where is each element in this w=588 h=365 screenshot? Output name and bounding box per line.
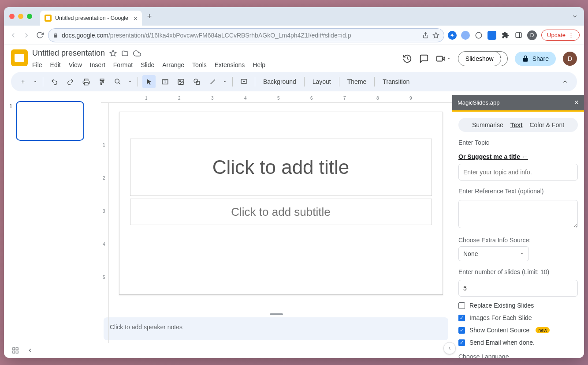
menu-help[interactable]: Help xyxy=(253,61,265,68)
svg-marker-9 xyxy=(500,57,502,58)
image-button[interactable] xyxy=(174,75,187,88)
history-icon[interactable] xyxy=(402,54,412,64)
horizontal-ruler: 123456789 xyxy=(101,95,452,103)
shape-button[interactable] xyxy=(190,75,203,88)
comments-icon[interactable] xyxy=(419,54,429,64)
browser-profile-avatar[interactable]: D xyxy=(527,30,537,40)
sidepanel-icon[interactable] xyxy=(514,31,523,40)
text-box-button[interactable] xyxy=(158,75,171,88)
browser-update-button[interactable]: Update⋮ xyxy=(541,30,580,41)
numslides-input[interactable] xyxy=(458,280,578,297)
slide-canvas[interactable]: Click to add title Click to add subtitle xyxy=(119,112,443,295)
extensions-puzzle-icon[interactable] xyxy=(501,31,510,40)
share-button[interactable]: Share xyxy=(515,52,556,66)
nav-back-button[interactable] xyxy=(8,30,18,40)
email-checkbox[interactable]: ✓ xyxy=(458,339,465,346)
addon-close-icon[interactable]: × xyxy=(574,98,579,107)
slideshow-dropdown[interactable] xyxy=(494,51,508,66)
slides-logo-icon[interactable] xyxy=(11,49,28,66)
svg-rect-6 xyxy=(437,56,443,61)
reference-textarea[interactable] xyxy=(458,200,578,228)
menu-arrange[interactable]: Arrange xyxy=(162,61,184,68)
toolbar-collapse-button[interactable] xyxy=(558,75,572,88)
canvas-area: 123456789 12345 Click to add title Click… xyxy=(101,95,452,343)
lock-icon xyxy=(53,33,58,38)
zoom-dropdown[interactable] xyxy=(127,75,133,88)
tab-close-icon[interactable]: × xyxy=(134,15,138,22)
window-minimize-icon[interactable] xyxy=(18,14,23,19)
bottom-toolbar xyxy=(4,343,452,358)
images-checkbox[interactable]: ✓ xyxy=(458,315,465,321)
extension-icon[interactable] xyxy=(461,31,470,40)
tab-text[interactable]: Text xyxy=(510,121,523,128)
menu-file[interactable]: File xyxy=(32,61,42,68)
addon-sidebar: MagicSlides.app × Summarise Text Color &… xyxy=(452,95,584,358)
suggest-title-link[interactable]: Or Suggest me a title ← xyxy=(458,153,528,160)
slide-thumbnail[interactable] xyxy=(16,101,84,141)
theme-button[interactable]: Theme xyxy=(344,78,370,85)
line-dropdown[interactable] xyxy=(222,75,228,88)
bookmark-star-icon[interactable] xyxy=(432,32,439,39)
menu-edit[interactable]: Edit xyxy=(50,61,61,68)
move-folder-icon[interactable] xyxy=(121,49,129,57)
window-maximize-icon[interactable] xyxy=(27,14,32,19)
new-slide-dropdown[interactable] xyxy=(32,75,38,88)
sidebar-collapse-handle[interactable] xyxy=(443,342,456,354)
omnibox[interactable]: docs.google.com/presentation/d/16Ika4xbP… xyxy=(48,28,444,42)
redo-button[interactable] xyxy=(63,75,77,88)
cloud-status-icon[interactable] xyxy=(133,49,141,57)
menu-format[interactable]: Format xyxy=(113,61,133,68)
nav-reload-button[interactable] xyxy=(35,30,45,40)
share-page-icon[interactable] xyxy=(422,32,429,38)
tab-color-font[interactable]: Color & Font xyxy=(529,121,564,128)
account-avatar[interactable]: D xyxy=(563,52,577,66)
filmstrip: 1 xyxy=(4,95,101,343)
nav-forward-button[interactable] xyxy=(22,30,31,40)
window-close-icon[interactable] xyxy=(9,14,15,19)
paint-format-button[interactable] xyxy=(95,75,108,88)
menu-view[interactable]: View xyxy=(69,61,82,68)
comment-add-button[interactable] xyxy=(237,75,250,88)
undo-button[interactable] xyxy=(48,75,61,88)
addon-tabs: Summarise Text Color & Font xyxy=(458,118,578,132)
background-button[interactable]: Background xyxy=(260,78,300,85)
svg-rect-3 xyxy=(516,33,521,38)
title-placeholder[interactable]: Click to add title xyxy=(130,139,432,196)
speaker-notes-resize-handle[interactable] xyxy=(101,311,452,317)
line-button[interactable] xyxy=(206,75,219,88)
new-slide-button[interactable]: + xyxy=(16,75,30,88)
replace-slides-checkbox[interactable] xyxy=(458,302,465,309)
print-button[interactable] xyxy=(79,75,93,88)
app-header: Untitled presentation File Edit View Ins… xyxy=(4,45,584,72)
svg-marker-5 xyxy=(110,50,116,56)
source-label: Choose Extra Info Source: xyxy=(458,237,578,244)
menu-extensions[interactable]: Extensions xyxy=(215,61,245,68)
extension-icon[interactable] xyxy=(488,31,496,40)
layout-button[interactable]: Layout xyxy=(309,78,335,85)
prev-slide-button[interactable] xyxy=(27,347,33,354)
topic-input[interactable] xyxy=(458,164,578,181)
explore-grid-icon[interactable] xyxy=(12,347,19,354)
document-title[interactable]: Untitled presentation xyxy=(32,49,105,58)
content-source-checkbox[interactable]: ✓ xyxy=(458,327,465,334)
select-tool-button[interactable] xyxy=(142,75,156,88)
extension-icon[interactable] xyxy=(474,31,483,40)
new-tab-button[interactable]: + xyxy=(147,12,152,21)
extension-icon[interactable]: ✦ xyxy=(448,31,457,40)
svg-marker-14 xyxy=(129,81,131,82)
zoom-button[interactable] xyxy=(111,75,124,88)
menu-slide[interactable]: Slide xyxy=(141,61,154,68)
browser-tab[interactable]: Untitled presentation - Google × xyxy=(40,11,142,26)
subtitle-placeholder[interactable]: Click to add subtitle xyxy=(130,199,432,225)
meet-video-icon[interactable] xyxy=(436,54,451,64)
reference-label: Enter Reference Text (optional) xyxy=(458,188,578,195)
transition-button[interactable]: Transition xyxy=(379,78,413,85)
source-select[interactable]: None xyxy=(458,246,529,261)
speaker-notes[interactable]: Click to add speaker notes xyxy=(104,317,448,340)
slides-favicon-icon xyxy=(45,15,52,22)
star-icon[interactable] xyxy=(109,49,117,57)
menu-insert[interactable]: Insert xyxy=(90,61,105,68)
menu-tools[interactable]: Tools xyxy=(192,61,207,68)
tab-summarise[interactable]: Summarise xyxy=(472,121,503,128)
tabs-overflow-icon[interactable] xyxy=(572,13,578,19)
